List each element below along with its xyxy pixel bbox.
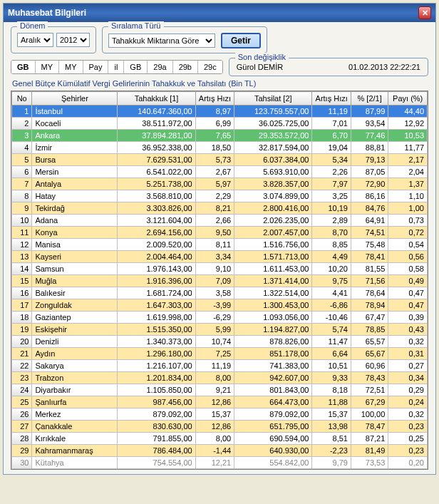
col-header[interactable]: No — [12, 92, 32, 106]
cell: 0,20 — [388, 457, 428, 469]
sort-type-select[interactable]: Tahakkuk Miktarına Göre — [108, 34, 215, 48]
cell: 9,79 — [312, 457, 351, 469]
cell: 6,99 — [195, 118, 234, 130]
table-row[interactable]: 4İzmir36.952.338,0018,5032.817.594,0019,… — [12, 142, 428, 154]
col-header[interactable]: Şehirler — [32, 92, 118, 106]
cell: 2.007.457,00 — [234, 227, 312, 239]
cell: 88,81 — [351, 142, 388, 154]
cell: 18 — [12, 312, 32, 324]
cell: 2,17 — [388, 154, 428, 166]
cell: 6,70 — [312, 130, 351, 142]
table-row[interactable]: 6Mersin6.541.022,002,675.693.910,002,268… — [12, 166, 428, 178]
col-header[interactable]: Artış Hızı — [195, 92, 234, 106]
cell: 86,16 — [351, 190, 388, 202]
tab-pay-3[interactable]: Pay — [83, 61, 109, 73]
tab-my-2[interactable]: MY — [59, 61, 83, 73]
table-row[interactable]: 13Kayseri2.004.464,003,341.571.713,004,4… — [12, 251, 428, 263]
cell: 2.694.156,00 — [118, 227, 195, 239]
cell: 79,13 — [351, 154, 388, 166]
cell: 78,47 — [351, 421, 388, 433]
table-row[interactable]: 9Tekirdağ3.303.826,008,212.800.416,0010,… — [12, 202, 428, 215]
cell: 754.554,00 — [118, 457, 195, 469]
col-header[interactable]: Payı (%) — [388, 92, 428, 106]
cell: 87,21 — [351, 433, 388, 445]
cell: Denizli — [32, 336, 118, 348]
cell: 21 — [12, 348, 32, 360]
cell: 0,47 — [388, 299, 428, 312]
table-row[interactable]: 23Trabzon1.201.834,008,00942.607,009,337… — [12, 372, 428, 384]
cell: 8,00 — [195, 433, 234, 445]
table-row[interactable]: 1İstanbul140.647.360,008,97123.759.557,0… — [12, 106, 428, 118]
table-row[interactable]: 25Şanlıurfa987.456,0012,86664.473,0011,8… — [12, 396, 428, 408]
table-row[interactable]: 14Samsun1.976.143,009,101.611.453,0010,2… — [12, 263, 428, 275]
table-row[interactable]: 17Zonguldak1.647.303,00-3,991.300.453,00… — [12, 299, 428, 312]
fieldset-siralama: Sıralama Türü Tahakkuk Miktarına Göre Ge… — [102, 26, 267, 53]
cell: 1.647.303,00 — [118, 299, 195, 312]
cell: 123.759.557,00 — [234, 106, 312, 118]
cell: Kocaeli — [32, 118, 118, 130]
cell: 1 — [12, 106, 32, 118]
col-header[interactable]: % [2/1] — [351, 92, 388, 106]
table-row[interactable]: 2Kocaeli38.511.972,006,9936.025.725,007,… — [12, 118, 428, 130]
tab-my-1[interactable]: MY — [36, 61, 60, 73]
cell: 1.515.350,00 — [118, 324, 195, 336]
table-row[interactable]: 11Konya2.694.156,009,502.007.457,008,707… — [12, 227, 428, 239]
cell: Çanakkale — [32, 421, 118, 433]
cell: 7,01 — [312, 118, 351, 130]
cell: 72,51 — [351, 384, 388, 396]
table-row[interactable]: 21Aydın1.296.180,007,25851.178,006,6465,… — [12, 348, 428, 360]
tab-29c-8[interactable]: 29c — [198, 61, 222, 73]
tab-il-4[interactable]: il — [108, 61, 124, 73]
cell: 2,67 — [195, 166, 234, 178]
table-row[interactable]: 5Bursa7.629.531,005,736.037.384,005,3479… — [12, 154, 428, 166]
tab-gb-5[interactable]: GB — [124, 61, 148, 73]
cell: 3,25 — [312, 190, 351, 202]
table-row[interactable]: 28Kırıkkale791.855,008,00690.594,008,518… — [12, 433, 428, 445]
cell: Kırıkkale — [32, 433, 118, 445]
month-select[interactable]: Aralık — [17, 33, 53, 47]
cell: 3,58 — [195, 287, 234, 299]
cell: 8,00 — [195, 372, 234, 384]
table-row[interactable]: 24Diyarbakır1.105.850,009,21801.843,008,… — [12, 384, 428, 396]
cell: 0,32 — [388, 408, 428, 421]
titlebar[interactable]: Muhasebat Bilgileri ✕ — [4, 4, 435, 22]
table-row[interactable]: 27Çanakkale830.630,0012,86651.795,0013,9… — [12, 421, 428, 433]
getir-button[interactable]: Getir — [221, 33, 261, 48]
table-row[interactable]: 7Antalya5.251.738,005,973.828.357,007,97… — [12, 178, 428, 190]
table-row[interactable]: 10Adana3.121.604,002,662.026.235,002,896… — [12, 215, 428, 227]
table-row[interactable]: 29Kahramanmaraş786.484,00-1,44640.930,00… — [12, 445, 428, 457]
cell: 87,99 — [351, 106, 388, 118]
cell: 78,41 — [351, 251, 388, 263]
table-row[interactable]: 12Manisa2.009.520,008,111.516.756,008,85… — [12, 239, 428, 251]
cell: 0,34 — [388, 372, 428, 384]
table-row[interactable]: 15Muğla1.916.396,007,091.371.414,009,757… — [12, 275, 428, 287]
cell: 554.842,00 — [234, 457, 312, 469]
table-row[interactable]: 20Denizli1.340.373,0010,74878.826,0011,4… — [12, 336, 428, 348]
table-row[interactable]: 30Kütahya754.554,0012,21554.842,009,7973… — [12, 457, 428, 469]
table-row[interactable]: 8Hatay3.568.810,002,293.074.899,003,2586… — [12, 190, 428, 202]
cell: 5.693.910,00 — [234, 166, 312, 178]
table-row[interactable]: 3Ankara37.894.281,007,6529.353.572,006,7… — [12, 130, 428, 142]
tab-29a-6[interactable]: 29a — [148, 61, 172, 73]
table-row[interactable]: 18Gaziantep1.619.998,00-6,291.093.056,00… — [12, 312, 428, 324]
cell: 6.037.384,00 — [234, 154, 312, 166]
cell: 801.843,00 — [234, 384, 312, 396]
col-header[interactable]: Artış Hızı — [312, 92, 351, 106]
cell: Antalya — [32, 178, 118, 190]
tab-29b-7[interactable]: 29b — [173, 61, 198, 73]
year-select[interactable]: 2012 — [56, 33, 90, 47]
tab-gb-0[interactable]: GB — [11, 61, 36, 73]
cell: 2.004.464,00 — [118, 251, 195, 263]
col-header[interactable]: Tahakkuk [1] — [118, 92, 195, 106]
cell: 0,72 — [388, 227, 428, 239]
table-row[interactable]: 26Merkez879.092,0015,37879.092,0015,3710… — [12, 408, 428, 421]
table-row[interactable]: 16Balıkesir1.681.724,003,581.322.514,004… — [12, 287, 428, 299]
col-header[interactable]: Tahsilat [2] — [234, 92, 312, 106]
table-row[interactable]: 19Eskişehir1.515.350,005,991.194.827,005… — [12, 324, 428, 336]
close-icon[interactable]: ✕ — [418, 6, 431, 19]
tabbar: GBMYMYPayilGB29a29b29c — [11, 60, 223, 74]
table-row[interactable]: 22Sakarya1.216.107,0011,19741.383,0010,5… — [12, 360, 428, 372]
cell: -6,86 — [312, 299, 351, 312]
cell: 7 — [12, 178, 32, 190]
cell: 1.194.827,00 — [234, 324, 312, 336]
